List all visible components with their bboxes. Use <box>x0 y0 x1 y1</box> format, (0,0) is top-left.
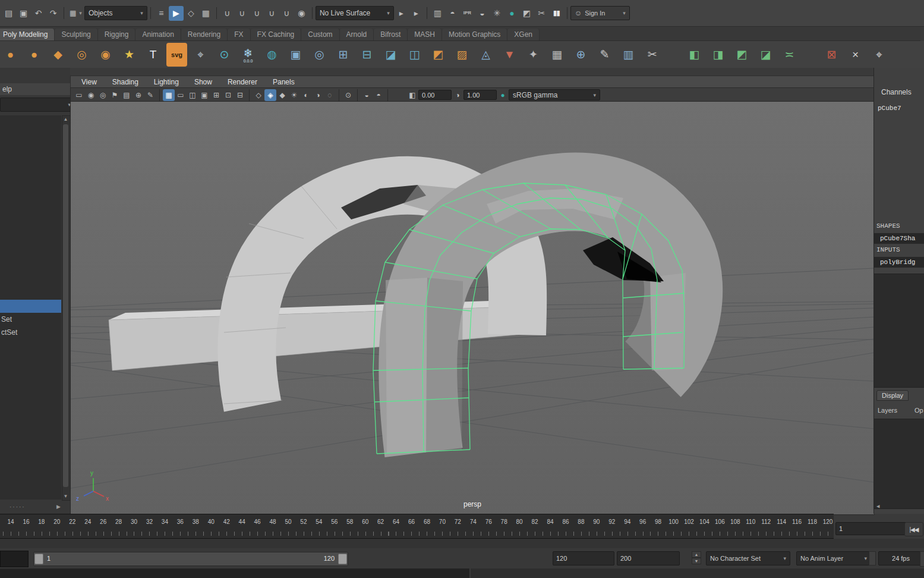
viewport-menu-lighting[interactable]: Lighting <box>154 78 179 86</box>
shelf-tab-fx-caching[interactable]: FX Caching <box>251 29 302 40</box>
live-surface-dropdown[interactable]: No Live Surface▾ <box>316 6 394 20</box>
channel-values-area[interactable] <box>874 274 924 388</box>
type-text-icon[interactable]: T <box>143 43 163 67</box>
construction-plane-icon[interactable]: ⌖ <box>190 43 211 67</box>
make-live-icon[interactable]: ◉ <box>294 6 309 21</box>
hypershade-icon[interactable]: ◩ <box>519 6 534 21</box>
viewport-menu-shading[interactable]: Shading <box>112 78 138 86</box>
insert-edge-loop-icon[interactable]: ▥ <box>618 43 639 67</box>
scene-3d[interactable]: y x z <box>71 102 874 514</box>
selection-mask-dropdown[interactable]: Objects▾ <box>84 6 147 20</box>
bookmark-icon[interactable]: ⚑ <box>109 89 121 101</box>
select-hierarchy-mode-icon[interactable]: ≡ <box>154 6 169 21</box>
shelf-tab-rendering[interactable]: Rendering <box>181 29 228 40</box>
shelf-tab-sculpting[interactable]: Sculpting <box>55 29 97 40</box>
tool-settings-icon[interactable]: ✂ <box>534 6 549 21</box>
shelf-tab-xgen[interactable]: XGen <box>507 29 540 40</box>
super-shape-icon[interactable]: ★ <box>119 43 140 67</box>
open-render-view-icon[interactable]: ▥ <box>430 6 445 21</box>
colorspace-dropdown[interactable]: sRGB gamma▾ <box>509 89 600 100</box>
shelf-tab-animation[interactable]: Animation <box>135 29 181 40</box>
snap-to-grid-icon[interactable]: ∪ <box>220 6 235 21</box>
xray-joints-icon[interactable]: ◓ <box>373 89 384 101</box>
shelf-tab-fx[interactable]: FX <box>228 29 250 40</box>
toggle-viewport-renderer-icon[interactable]: ● <box>504 6 519 21</box>
input-node-row[interactable]: polyBridg <box>874 257 924 268</box>
reduce-icon[interactable]: ▼ <box>499 43 520 67</box>
grease-pencil-icon[interactable]: ✎ <box>594 43 615 67</box>
field-chart-icon[interactable]: ⊞ <box>210 89 222 101</box>
auto-keyframe-icon[interactable] <box>920 551 924 567</box>
view-transform-toggle-icon[interactable]: ● <box>497 89 509 101</box>
relax-brush-icon[interactable]: ◨ <box>708 43 729 67</box>
shelf-tab-motion-graphics[interactable]: Motion Graphics <box>442 29 507 40</box>
smooth-icon[interactable]: ▨ <box>452 43 472 67</box>
render-settings-icon[interactable]: ✳ <box>490 6 504 21</box>
textured-mode-icon[interactable]: ◆ <box>276 89 288 101</box>
sculpt-tool-icon[interactable]: ✦ <box>523 43 544 67</box>
scroll-right-icon[interactable]: ▶ <box>56 504 61 510</box>
scroll-up-icon[interactable]: ▲ <box>62 116 69 123</box>
gate-mask-icon[interactable]: ▣ <box>198 89 210 101</box>
range-slider[interactable]: 1 120 <box>33 552 348 566</box>
outliner-horizontal-scrollbar[interactable]: ····· ▶ <box>0 501 70 513</box>
safe-action-icon[interactable]: ⊡ <box>222 89 234 101</box>
viewport-menu-view[interactable]: View <box>81 78 97 86</box>
channel-node-name[interactable]: pCube7 <box>878 105 901 112</box>
undo-icon[interactable]: ↶ <box>31 6 46 21</box>
bevel-icon[interactable]: ◪ <box>380 43 401 67</box>
shelf-tab-mash[interactable]: MASH <box>408 29 442 40</box>
character-set-dropdown[interactable]: No Character Set▾ <box>706 551 790 566</box>
tab-layers[interactable]: Layers <box>878 407 897 414</box>
selection-mask-menu-button[interactable]: ▦▾ <box>67 6 84 20</box>
time-slider[interactable]: 1416182022242628303234363840424446485052… <box>0 514 834 539</box>
select-component-mode-icon[interactable]: ◇ <box>184 6 198 21</box>
xray-icon[interactable]: ◒ <box>361 89 373 101</box>
safe-title-icon[interactable]: ⊟ <box>234 89 246 101</box>
select-object-mode-icon[interactable]: ▶ <box>169 6 184 21</box>
viewport-menu-renderer[interactable]: Renderer <box>228 78 257 86</box>
command-line-input[interactable] <box>0 568 471 578</box>
shadows-icon[interactable]: ◐ <box>300 89 312 101</box>
shelf-tab-custom[interactable]: Custom <box>301 29 339 40</box>
gamma-field[interactable]: 1.00 <box>463 90 497 100</box>
quad-draw-icon[interactable]: ◧ <box>684 43 705 67</box>
shape-node-row[interactable]: pCube7Sha <box>874 233 924 244</box>
poly-sphere-icon[interactable]: ● <box>0 43 21 67</box>
command-line-results[interactable] <box>471 568 924 578</box>
go-to-start-button[interactable]: |◀◀ <box>904 522 923 536</box>
outliner-item-set[interactable]: Set <box>1 315 12 323</box>
transfer-attributes-icon[interactable]: ⊠ <box>821 43 842 67</box>
scroll-down-icon[interactable]: ▼ <box>62 493 69 500</box>
crease-tool-icon[interactable]: ⌖ <box>869 43 890 67</box>
target-weld-icon[interactable]: ◩ <box>731 43 752 67</box>
exposure-icon[interactable]: ◧ <box>406 89 418 101</box>
animation-end-field[interactable]: 200 <box>617 551 680 566</box>
viewport-menu-show[interactable]: Show <box>194 78 212 86</box>
poly-cube-icon[interactable]: ● <box>24 43 45 67</box>
two-d-pan-zoom-icon[interactable]: ⊕ <box>133 89 144 101</box>
sign-in-dropdown[interactable]: ☺ Sign In ▾ <box>570 6 630 20</box>
current-frame-field[interactable]: 1 <box>835 522 908 535</box>
channel-box-header[interactable]: Channels <box>881 88 912 96</box>
circularize-icon[interactable]: ⊕ <box>570 43 591 67</box>
ipr-render-icon[interactable]: IPR <box>460 6 475 21</box>
layer-editor-area[interactable] <box>874 419 924 509</box>
scrollbar-thumb[interactable] <box>63 124 68 487</box>
shelf-tab-arnold[interactable]: Arnold <box>340 29 374 40</box>
grid-toggle-icon[interactable]: ▦ <box>163 89 175 101</box>
center-pivot-icon[interactable]: ⊙ <box>214 43 235 67</box>
menu-icon[interactable]: ▤ <box>1 6 16 21</box>
camera-attributes-icon[interactable]: ◎ <box>97 89 109 101</box>
outliner-filter-dropdown[interactable]: ▾ <box>0 98 75 112</box>
render-sequence-icon[interactable]: ◒ <box>475 6 490 21</box>
outliner-selected-row[interactable] <box>0 300 61 313</box>
viewport-canvas[interactable]: y x z persp <box>70 101 875 515</box>
range-end-handle[interactable] <box>338 554 347 564</box>
poly-plane-icon[interactable]: ◆ <box>48 43 68 67</box>
film-gate-icon[interactable]: ▭ <box>175 89 187 101</box>
freeze-transformations-icon[interactable]: ❄0.0.0 <box>238 43 258 67</box>
outliner-help-menu[interactable]: elp <box>2 85 12 93</box>
image-plane-icon[interactable]: ▤ <box>121 89 133 101</box>
shelf-tab-bifrost[interactable]: Bifrost <box>374 29 408 40</box>
